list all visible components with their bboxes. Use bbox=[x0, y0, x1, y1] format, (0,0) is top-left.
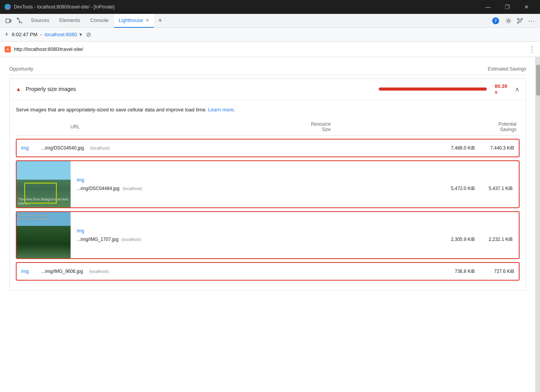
add-url-button[interactable]: + bbox=[5, 30, 9, 39]
audit-toggle-icon[interactable]: ∧ bbox=[515, 86, 520, 93]
svg-point-6 bbox=[521, 18, 523, 19]
col-resource-size: ResourceSize bbox=[134, 118, 334, 136]
row-source-3: (localhost) bbox=[122, 237, 141, 242]
table-row: img ...img/IMG_1707.jpg (localhost) 2,30… bbox=[16, 211, 520, 259]
tab-sources[interactable]: Sources bbox=[26, 14, 54, 28]
row-source-2: (localhost) bbox=[123, 186, 142, 191]
row-savings-2: 5,437.1 KiB bbox=[478, 186, 513, 191]
url-host[interactable]: localhost:8080 bbox=[45, 32, 77, 37]
maximize-button[interactable]: ❐ bbox=[498, 0, 516, 14]
row-savings-1: 7,440.3 KiB bbox=[479, 145, 514, 151]
row-size-2: 5,472.0 KiB bbox=[440, 186, 475, 191]
audit-score-value: 80.39s bbox=[494, 83, 507, 95]
thumbnail-3 bbox=[17, 212, 71, 258]
inspect-icon[interactable] bbox=[15, 15, 25, 26]
lighthouse-panel: Opportunity Estimated Savings ▲ Properly… bbox=[0, 57, 535, 392]
audit-title: Properly size images bbox=[26, 86, 375, 92]
audit-description: Serve images that are appropriately-size… bbox=[16, 100, 520, 118]
thumbnail-2: The view from Balagne's ancient hills to… bbox=[17, 161, 71, 207]
row-url-2: ...img/DSC04484.jpg bbox=[77, 186, 120, 191]
badge-count: 7 bbox=[492, 17, 499, 24]
audit-body: Serve images that are appropriately-size… bbox=[10, 99, 526, 290]
minimize-button[interactable]: — bbox=[479, 0, 497, 14]
titlebar: DevTools - localhost:8080/travel-site/ -… bbox=[0, 0, 540, 14]
estimated-savings-label: Estimated Savings bbox=[488, 66, 526, 72]
audit-item-properly-size-images: ▲ Properly size images 80.39s ∧ Serve im… bbox=[9, 78, 526, 290]
row-size-1: 7,488.0 KiB bbox=[440, 145, 475, 151]
col-url: URL bbox=[16, 118, 134, 136]
page-url-display: http://localhost:8080/travel-site/ bbox=[14, 46, 525, 52]
add-tab-button[interactable]: + bbox=[155, 15, 165, 26]
row-link-1[interactable]: img bbox=[21, 145, 37, 151]
tab-console[interactable]: Console bbox=[86, 14, 113, 28]
more-options-icon[interactable]: ⋯ bbox=[526, 15, 537, 26]
opportunity-label: Opportunity bbox=[9, 66, 33, 72]
tab-lighthouse[interactable]: Lighthouse ✕ bbox=[114, 14, 154, 28]
scrollbar[interactable] bbox=[535, 57, 540, 392]
row-url-3: ...img/IMG_1707.jpg bbox=[77, 237, 118, 242]
url-timestamp: 6:02:47 PM - localhost:8080 ▼ bbox=[12, 32, 83, 37]
page-urlbar: A http://localhost:8080/travel-site/ ⋮ bbox=[0, 42, 540, 57]
audit-score-bar bbox=[379, 87, 487, 91]
close-tab-icon[interactable]: ✕ bbox=[145, 18, 149, 23]
svg-point-7 bbox=[518, 22, 519, 23]
row-source-1: (localhost) bbox=[90, 146, 110, 150]
svg-point-3 bbox=[508, 20, 510, 22]
thumb-caption-2: The view from Balagne's ancient hills to… bbox=[18, 197, 69, 206]
svg-rect-1 bbox=[10, 20, 11, 22]
thumb-row-details-3: ...img/IMG_1707.jpg (localhost) 2,305.9 … bbox=[77, 237, 513, 242]
svg-point-4 bbox=[519, 20, 521, 22]
scrollbar-thumb[interactable] bbox=[536, 65, 540, 96]
urlbar: + 6:02:47 PM - localhost:8080 ▼ ⊘ bbox=[0, 28, 540, 42]
table-row: The view from Balagne's ancient hills to… bbox=[16, 160, 520, 208]
audit-bar-fill bbox=[379, 87, 487, 91]
window-title: DevTools - localhost:8080/travel-site/ -… bbox=[14, 4, 476, 10]
thumb-row-content-2: img ...img/DSC04484.jpg (localhost) 5,47… bbox=[71, 173, 519, 196]
svg-point-2 bbox=[17, 18, 19, 19]
url-dropdown-icon[interactable]: ▼ bbox=[78, 32, 83, 37]
browser-icon bbox=[5, 4, 11, 10]
table-row: img ...img/IMG_9606.jpg (localhost) 736.… bbox=[16, 262, 520, 281]
window-controls: — ❐ ✕ bbox=[479, 0, 535, 14]
table-section-header: Opportunity Estimated Savings bbox=[9, 63, 526, 75]
row-link-2[interactable]: img bbox=[77, 177, 513, 183]
table-row: img ...img/DSC04540.jpg (localhost) 7,48… bbox=[16, 139, 520, 157]
row-savings-4: 727.6 KiB bbox=[479, 269, 514, 274]
audit-header: ▲ Properly size images 80.39s ∧ bbox=[10, 79, 526, 99]
thumb-row-content-3: img ...img/IMG_1707.jpg (localhost) 2,30… bbox=[71, 224, 519, 247]
devtools-tabbar: Sources Elements Console Lighthouse ✕ + … bbox=[0, 14, 540, 28]
svg-rect-0 bbox=[6, 19, 10, 23]
main-content: Opportunity Estimated Savings ▲ Properly… bbox=[0, 57, 540, 392]
row-source-4: (localhost) bbox=[89, 269, 109, 274]
tab-elements[interactable]: Elements bbox=[55, 14, 85, 28]
page-menu-icon[interactable]: ⋮ bbox=[528, 45, 535, 54]
thumb-row-details-2: ...img/DSC04484.jpg (localhost) 5,472.0 … bbox=[77, 186, 513, 191]
row-savings-3: 2,232.1 KiB bbox=[478, 237, 513, 242]
device-emulation-icon[interactable] bbox=[3, 15, 14, 26]
row-link-4[interactable]: img bbox=[21, 269, 37, 274]
dock-icon[interactable] bbox=[515, 15, 525, 26]
close-button[interactable]: ✕ bbox=[518, 0, 535, 14]
audit-results-table: URL ResourceSize PotentialSavings bbox=[16, 118, 520, 136]
notifications-badge[interactable]: 7 bbox=[489, 16, 502, 26]
svg-point-5 bbox=[518, 18, 519, 19]
row-size-3: 2,305.9 KiB bbox=[440, 237, 475, 242]
stop-icon[interactable]: ⊘ bbox=[86, 31, 91, 38]
col-potential-savings: PotentialSavings bbox=[334, 118, 520, 136]
row-url-4: ...img/IMG_9606.jpg bbox=[41, 269, 83, 274]
row-size-4: 736.8 KiB bbox=[440, 269, 475, 274]
learn-more-link[interactable]: Learn more bbox=[208, 107, 234, 113]
page-favicon: A bbox=[5, 46, 11, 52]
row-url-1: ...img/DSC04540.jpg bbox=[41, 145, 84, 151]
audit-warning-icon: ▲ bbox=[16, 86, 21, 92]
settings-icon[interactable] bbox=[503, 15, 514, 26]
row-link-3[interactable]: img bbox=[77, 228, 513, 234]
